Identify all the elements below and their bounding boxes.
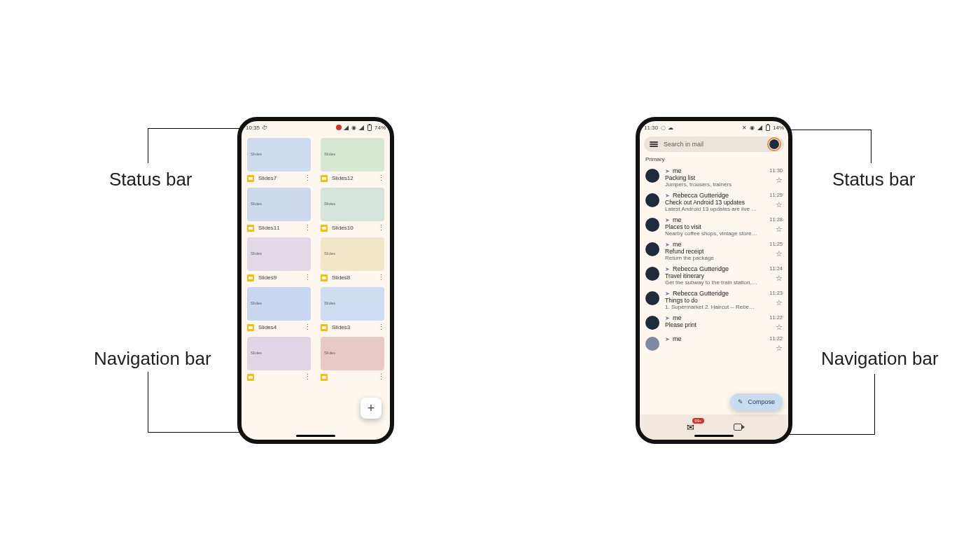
slide-title: Slides9 [258,274,276,281]
gesture-bar[interactable] [694,435,734,437]
slide-title: Slides7 [258,175,276,181]
mail-subject: Travel itinerary [665,272,757,279]
inbox-section-label: Primary [640,155,788,165]
menu-icon[interactable] [650,141,658,147]
slide-card[interactable]: SlidesSlides9⋮ [247,237,311,283]
star-icon[interactable]: ☆ [776,344,783,352]
sender-avatar [645,316,659,330]
slides-content: SlidesSlides7⋮SlidesSlides12⋮SlidesSlide… [241,134,390,431]
status-time: 10:35 [246,125,260,131]
mail-snippet: Nearby coffee shops, vintage store, loca… [665,230,757,237]
slides-app-icon [321,225,328,232]
more-options-icon[interactable]: ⋮ [377,274,384,281]
slide-card[interactable]: SlidesSlides4⋮ [247,287,311,333]
mail-sender: me [673,216,682,223]
slide-thumbnail: Slides [321,138,384,172]
more-options-icon[interactable]: ⋮ [304,224,311,232]
mail-row[interactable]: ➤Rebecca GutteridgeThings to do1. Superm… [640,288,788,312]
battery-percent: 14% [773,125,784,131]
mail-snippet: Return the package [665,255,757,261]
unread-badge: 99+ [692,418,704,424]
slide-title: Slides8 [332,274,350,281]
star-icon[interactable]: ☆ [776,250,783,258]
mail-time: 11:30 [769,167,783,174]
mail-snippet: Latest Android 13 updates are live -- Re… [665,206,757,212]
slides-app-icon [321,175,328,182]
slide-title: Slides12 [332,175,354,181]
more-options-icon[interactable]: ⋮ [377,373,384,381]
bracket-status-right [783,130,872,163]
reply-indicator-icon: ➤ [665,193,670,199]
sender-avatar [645,218,659,232]
mail-time: 11:23 [769,290,783,296]
pencil-icon: ✎ [738,398,743,405]
slide-card[interactable]: SlidesSlides7⋮ [247,138,311,183]
slides-app-icon [321,324,328,331]
more-options-icon[interactable]: ⋮ [377,224,384,232]
more-options-icon[interactable]: ⋮ [304,274,311,281]
mail-snippet: Jumpers, trousers, trainers [665,181,757,188]
mail-sender: Rebecca Gutteridge [673,290,729,297]
slide-card[interactable]: SlidesSlides11⋮ [247,188,311,233]
slide-thumbnail: Slides [247,287,311,321]
more-options-icon[interactable]: ⋮ [377,174,384,182]
label-status-left: Status bar [109,169,192,190]
slides-app-icon [247,374,254,381]
nav-meet[interactable] [734,424,742,431]
slide-title: Slides10 [332,225,354,231]
battery-icon [765,125,771,130]
slide-thumbnail: Slides [321,237,384,271]
mail-row[interactable]: ➤meRefund receiptReturn the package11:25… [640,239,788,263]
more-options-icon[interactable]: ⋮ [377,323,384,331]
mail-time: 11:24 [769,265,783,272]
slide-card[interactable]: SlidesSlides12⋮ [321,138,384,183]
more-options-icon[interactable]: ⋮ [304,373,311,381]
slide-card[interactable]: Slides⋮ [247,337,311,382]
star-icon[interactable]: ☆ [776,225,783,233]
new-slide-fab[interactable]: + [360,398,382,419]
mail-subject: Places to visit [665,223,757,230]
search-bar[interactable]: Search in mail [644,137,784,152]
mail-row[interactable]: ➤me11:22☆ [640,333,788,354]
compose-button[interactable]: ✎ Compose [730,393,783,410]
slide-title: Slides4 [258,324,276,330]
star-icon[interactable]: ☆ [776,201,783,209]
star-icon[interactable]: ☆ [776,299,783,307]
phone-slides: 10:35 ⏱ ◉ 74% SlidesSlides7⋮SlidesSlides… [237,117,394,444]
mail-row[interactable]: ➤mePlease print11:22☆ [640,312,788,333]
mail-time: 11:25 [769,241,783,247]
mail-row[interactable]: ➤Rebecca GutteridgeTravel itineraryGet t… [640,263,788,288]
mail-row[interactable]: ➤Rebecca GutteridgeCheck out Android 13 … [640,190,788,214]
mail-list: ➤mePacking listJumpers, trousers, traine… [640,165,788,414]
wifi-icon: ◉ [351,125,357,130]
slides-app-icon [247,324,254,331]
sender-avatar [645,267,659,281]
slide-card[interactable]: SlidesSlides10⋮ [321,188,384,233]
mail-row[interactable]: ➤mePlaces to visitNearby coffee shops, v… [640,214,788,239]
account-avatar[interactable] [767,137,781,151]
slide-thumbnail: Slides [247,188,311,221]
slide-thumbnail: Slides [247,237,311,271]
nav-mail[interactable]: ✉ 99+ [687,421,694,433]
mail-icon: ✉ [687,422,694,433]
gesture-bar[interactable] [296,435,335,437]
more-options-icon[interactable]: ⋮ [304,323,311,331]
slide-card[interactable]: SlidesSlides8⋮ [321,237,384,283]
sender-avatar [645,169,659,183]
star-icon[interactable]: ☆ [776,176,783,184]
star-icon[interactable]: ☆ [776,274,783,282]
recording-dot-icon [336,125,342,130]
dnd-icon: ✕ [742,125,748,130]
mail-sender: me [673,335,682,342]
sender-avatar [645,291,659,305]
mail-time: 11:22 [769,335,783,342]
mail-row[interactable]: ➤mePacking listJumpers, trousers, traine… [640,165,788,190]
battery-percent: 74% [374,125,386,131]
more-options-icon[interactable]: ⋮ [304,174,311,182]
phone-gmail: 11:30 ◌ ☁ ✕ ◉ 14% Search in mail Primary… [636,117,792,444]
meet-icon [734,424,742,431]
star-icon[interactable]: ☆ [776,323,783,331]
slide-card[interactable]: Slides⋮ [321,337,384,382]
mail-sender: Rebecca Gutteridge [673,192,729,199]
slide-card[interactable]: SlidesSlides3⋮ [321,287,384,333]
